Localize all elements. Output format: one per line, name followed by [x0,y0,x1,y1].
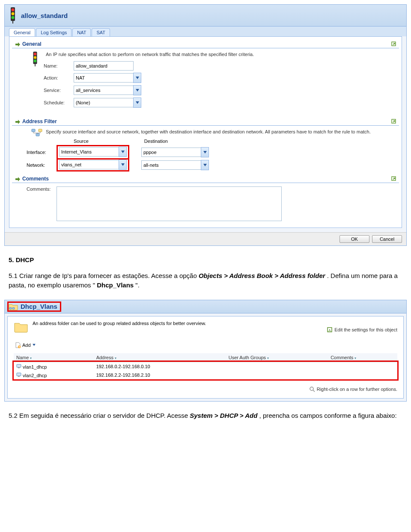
action-dropdown-btn[interactable] [133,73,141,83]
row-name: vlan1_dhcp [23,364,47,369]
edit-settings-label: Edit the settings for this object [334,327,397,332]
add-button[interactable]: Add [15,342,36,348]
name-input[interactable] [74,61,134,71]
interface-source-dd[interactable] [119,147,127,157]
network-source-select[interactable] [59,160,119,169]
col-comments[interactable]: Comments ▾ [328,353,397,362]
dialog-title: allow_standard [21,12,68,19]
tab-sat[interactable]: SAT [92,28,110,36]
row-groups [226,362,328,371]
svg-point-24 [310,387,313,390]
svg-rect-14 [39,129,42,132]
table-row[interactable]: vlan2_dhcp 192.168.2.2-192.168.2.10 [14,371,397,379]
interface-source-select[interactable] [59,147,119,157]
popout-icon[interactable] [391,176,396,181]
row-address: 192.168.2.2-192.168.2.10 [94,371,226,379]
network-dest-select[interactable] [141,160,201,170]
edit-settings-link[interactable]: Edit the settings for this object [327,327,397,333]
svg-rect-20 [17,364,21,367]
sort-icon: ▾ [267,356,269,360]
ok-button[interactable]: OK [340,235,369,243]
svg-point-1 [12,9,15,12]
doc-paragraph-2: 5.2 Em seguida é necessário criar o serv… [9,411,402,421]
popout-icon[interactable] [391,41,396,47]
sort-icon: ▾ [115,356,116,360]
chevron-down-icon [136,77,139,79]
schedule-select[interactable] [74,98,133,107]
row-groups [226,371,328,379]
rightclick-text: Right-click on a row for further options… [317,387,397,392]
section-general-desc: An IP rule specifies what action to perf… [46,52,393,57]
folder-dialog: Dhcp_Vlans An address folder can be used… [4,300,407,402]
row-name: vlan2_dhcp [23,373,47,378]
chevron-down-icon [136,89,139,92]
network-dest-dd[interactable] [201,160,209,170]
page-icon [15,342,21,348]
action-label: Action: [44,75,74,80]
svg-rect-23 [18,376,20,377]
comments-label: Comments: [27,186,57,192]
sort-icon: ▾ [30,356,32,360]
network-icon [31,128,43,139]
folder-icon [9,303,18,310]
svg-point-3 [12,16,15,19]
row-comments [328,371,397,379]
panel-general-tab: General An IP rule specifies what action… [9,36,402,228]
tab-nat[interactable]: NAT [72,28,91,36]
doc-paragraph-1: 5. DHCP 5.1 Criar range de Ip's para for… [9,255,402,290]
sort-icon: ▾ [354,356,356,360]
schedule-dropdown-btn[interactable] [133,98,141,108]
interface-label: Interface: [27,150,57,155]
section-general-title: General [22,41,42,47]
name-label: Name: [44,63,74,68]
rightclick-hint: Right-click on a row for further options… [14,386,397,392]
col-address[interactable]: Address ▾ [94,353,226,362]
section-addrfilter-header: Address Filter [12,117,399,126]
chevron-down-icon [121,151,125,153]
doc1-pre: 5.1 Criar range de Ip's para fornecer as… [9,272,199,279]
popout-icon[interactable] [391,119,396,124]
doc1-post: ". [135,281,140,289]
col-groups[interactable]: User Auth Groups ▾ [226,353,328,362]
host-icon [16,364,21,369]
column-source-label: Source [74,139,89,144]
table-row[interactable]: vlan1_dhcp 192.168.0.2-192.168.0.10 [14,362,397,371]
svg-rect-4 [12,21,13,24]
expand-icon [15,118,21,124]
comments-textarea[interactable] [57,186,282,221]
tab-log-settings[interactable]: Log Settings [36,28,71,36]
edit-icon [327,327,333,333]
svg-rect-12 [32,129,35,132]
cancel-button[interactable]: Cancel [372,235,402,243]
folder-desc-text: An address folder can be used to group r… [33,321,206,326]
expand-icon [15,41,21,47]
traffic-light-icon [8,6,18,24]
folder-dialog-title: Dhcp_Vlans [21,303,57,310]
chevron-down-icon [203,164,207,166]
chevron-down-icon [33,344,36,346]
network-source-dd[interactable] [119,160,127,170]
col-name[interactable]: Name ▾ [14,353,94,362]
column-destination-label: Destination [144,139,168,144]
add-label: Add [22,343,31,348]
doc2-em: System > DHCP > Add [190,412,257,419]
rule-dialog: allow_standard General Log Settings NAT … [4,4,407,246]
folder-icon [14,321,28,333]
chevron-down-icon [136,101,139,104]
service-select[interactable] [74,86,133,95]
host-icon [16,372,21,377]
schedule-label: Schedule: [44,100,74,105]
interface-dest-select[interactable] [141,148,201,157]
interface-dest-dd[interactable] [201,147,209,157]
section-general-header: General [12,39,399,48]
doc2-pre: 5.2 Em seguida é necessário criar o serv… [9,412,190,419]
magnifier-icon [309,386,315,392]
action-select[interactable] [74,73,133,83]
service-dropdown-btn[interactable] [133,85,141,95]
row-comments [328,362,397,371]
section-addrfilter-desc: Specify source interface and source netw… [46,129,393,134]
doc1-bold: Dhcp_Vlans [97,281,134,289]
tab-general[interactable]: General [9,28,35,36]
network-label: Network: [27,163,57,168]
doc-heading: 5. DHCP [9,255,402,265]
